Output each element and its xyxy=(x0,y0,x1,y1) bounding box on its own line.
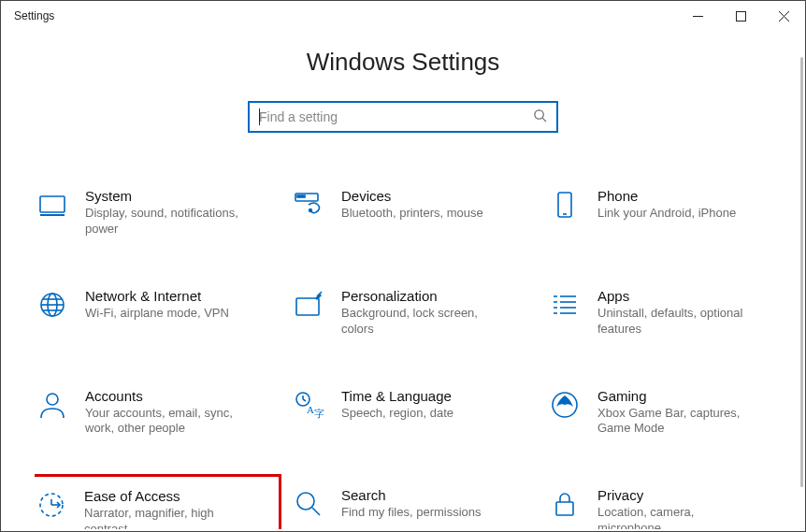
tile-text: Time & Language Speech, region, date xyxy=(341,388,465,422)
tile-title: Accounts xyxy=(85,388,244,404)
svg-rect-9 xyxy=(297,195,299,197)
tile-title: Search xyxy=(341,487,482,503)
svg-point-30 xyxy=(47,394,58,405)
tile-text: Personalization Background, lock screen,… xyxy=(341,288,511,338)
tile-title: Network & Internet xyxy=(85,288,229,304)
tile-subtitle: Uninstall, defaults, optional features xyxy=(597,306,756,338)
settings-grid: System Display, sound, notifications, po… xyxy=(35,184,794,529)
svg-line-5 xyxy=(542,118,546,122)
accounts-icon xyxy=(36,390,68,422)
tile-title: Devices xyxy=(341,188,483,204)
tile-text: Accounts Your accounts, email, sync, wor… xyxy=(85,388,255,438)
tile-privacy[interactable]: Privacy Location, camera, microphone xyxy=(547,483,794,529)
tile-system[interactable]: System Display, sound, notifications, po… xyxy=(35,184,281,241)
globe-icon xyxy=(36,290,68,322)
tile-text: Devices Bluetooth, printers, mouse xyxy=(341,188,495,222)
tile-subtitle: Find my files, permissions xyxy=(341,505,482,521)
tile-subtitle: Location, camera, microphone xyxy=(597,505,756,529)
svg-rect-6 xyxy=(40,196,65,212)
tile-text: Privacy Location, camera, microphone xyxy=(597,487,768,529)
tile-subtitle: Display, sound, notifications, power xyxy=(85,206,244,237)
tile-subtitle: Your accounts, email, sync, work, other … xyxy=(85,406,244,438)
svg-rect-1 xyxy=(736,11,745,21)
tile-text: Network & Internet Wi-Fi, airplane mode,… xyxy=(85,288,240,322)
tile-title: Time & Language xyxy=(341,388,453,404)
search-container xyxy=(1,101,805,133)
svg-rect-10 xyxy=(300,195,302,197)
svg-point-12 xyxy=(309,209,312,212)
ease-of-access-icon xyxy=(36,490,67,522)
maximize-button[interactable] xyxy=(719,1,762,31)
tile-accounts[interactable]: Accounts Your accounts, email, sync, wor… xyxy=(35,384,281,441)
search-category-icon xyxy=(293,489,324,521)
window-controls xyxy=(676,1,805,31)
tile-subtitle: Xbox Game Bar, captures, Game Mode xyxy=(597,406,756,438)
tile-title: Privacy xyxy=(597,487,756,503)
tile-text: Search Find my files, permissions xyxy=(341,487,493,521)
devices-icon xyxy=(293,190,324,222)
svg-text:字: 字 xyxy=(314,408,324,419)
settings-window: Settings Windows Settings xyxy=(0,0,806,532)
tile-devices[interactable]: Devices Bluetooth, printers, mouse xyxy=(291,184,538,241)
tile-title: System xyxy=(85,188,244,204)
gaming-icon xyxy=(549,390,581,422)
tile-text: Ease of Access Narrator, magnifier, high… xyxy=(84,488,254,529)
tile-title: Gaming xyxy=(597,388,756,404)
apps-icon xyxy=(549,290,581,322)
search-input[interactable] xyxy=(259,109,533,124)
svg-text:A: A xyxy=(307,404,314,415)
tile-text: Gaming Xbox Game Bar, captures, Game Mod… xyxy=(597,388,768,438)
window-title: Settings xyxy=(14,9,54,22)
personalization-icon xyxy=(293,290,324,322)
tile-title: Ease of Access xyxy=(84,488,243,504)
svg-rect-42 xyxy=(556,502,573,515)
close-button[interactable] xyxy=(762,1,805,31)
search-icon xyxy=(533,108,547,126)
svg-rect-13 xyxy=(558,193,571,217)
scrollbar[interactable] xyxy=(800,57,803,487)
tile-subtitle: Bluetooth, printers, mouse xyxy=(341,206,483,222)
svg-rect-20 xyxy=(296,298,319,315)
svg-rect-11 xyxy=(303,195,305,197)
tile-personalization[interactable]: Personalization Background, lock screen,… xyxy=(291,284,538,341)
search-box[interactable] xyxy=(248,101,558,133)
tile-text: System Display, sound, notifications, po… xyxy=(85,188,255,237)
tile-apps[interactable]: Apps Uninstall, defaults, optional featu… xyxy=(547,284,794,341)
tile-time-language[interactable]: A字 Time & Language Speech, region, date xyxy=(291,384,538,441)
tile-title: Phone xyxy=(597,188,736,204)
tile-gaming[interactable]: Gaming Xbox Game Bar, captures, Game Mod… xyxy=(547,384,794,441)
tile-subtitle: Wi-Fi, airplane mode, VPN xyxy=(85,306,229,322)
tile-search[interactable]: Search Find my files, permissions xyxy=(291,483,538,529)
tile-ease-of-access[interactable]: Ease of Access Narrator, magnifier, high… xyxy=(35,474,281,529)
tile-text: Phone Link your Android, iPhone xyxy=(597,188,747,222)
tile-title: Apps xyxy=(597,288,756,304)
tile-subtitle: Link your Android, iPhone xyxy=(597,206,736,222)
tile-subtitle: Background, lock screen, colors xyxy=(341,306,500,338)
privacy-icon xyxy=(549,489,581,521)
svg-line-33 xyxy=(303,399,306,401)
svg-point-40 xyxy=(297,493,314,510)
tile-title: Personalization xyxy=(341,288,500,304)
tile-phone[interactable]: Phone Link your Android, iPhone xyxy=(547,184,794,241)
system-icon xyxy=(36,190,68,222)
settings-grid-viewport: System Display, sound, notifications, po… xyxy=(35,184,794,529)
tile-network-internet[interactable]: Network & Internet Wi-Fi, airplane mode,… xyxy=(35,284,281,341)
titlebar: Settings xyxy=(1,1,805,31)
time-language-icon: A字 xyxy=(293,390,324,422)
tile-subtitle: Speech, region, date xyxy=(341,406,453,422)
text-cursor xyxy=(259,108,260,125)
tile-subtitle: Narrator, magnifier, high contrast xyxy=(84,506,243,529)
minimize-button[interactable] xyxy=(676,1,719,31)
svg-point-4 xyxy=(535,109,543,118)
svg-line-41 xyxy=(312,508,320,515)
phone-icon xyxy=(549,190,581,222)
page-title: Windows Settings xyxy=(1,48,805,77)
tile-text: Apps Uninstall, defaults, optional featu… xyxy=(597,288,768,338)
